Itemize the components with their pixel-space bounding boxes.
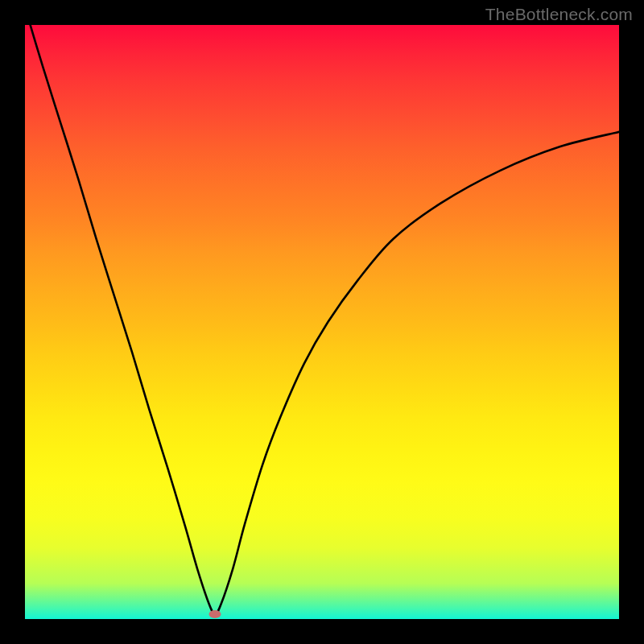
watermark-text: TheBottleneck.com	[485, 5, 633, 24]
chart-frame: TheBottleneck.com	[0, 0, 644, 644]
bottleneck-curve	[25, 25, 619, 614]
minimum-marker	[209, 610, 221, 618]
plot-area	[25, 25, 619, 619]
curve-svg	[25, 25, 619, 619]
